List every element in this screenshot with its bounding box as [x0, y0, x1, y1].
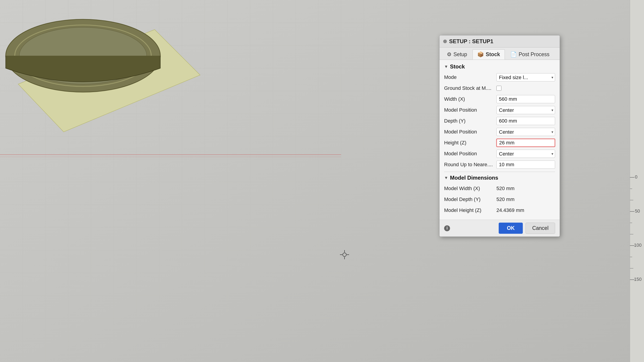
- width-x-control: 560 mm: [496, 95, 555, 103]
- mode-control: Fixed size l... ▾: [496, 73, 555, 82]
- height-z-input[interactable]: 26 mm: [496, 139, 555, 147]
- width-x-row: Width (X) 560 mm: [444, 95, 555, 104]
- mode-select[interactable]: Fixed size l...: [496, 73, 555, 82]
- tab-stock-label: Stock: [486, 52, 500, 58]
- cancel-button[interactable]: Cancel: [526, 222, 555, 234]
- box-icon: 📦: [477, 52, 484, 58]
- ground-stock-checkbox[interactable]: [496, 86, 502, 91]
- height-z-row: Height (Z) 26 mm: [444, 138, 555, 147]
- model-position-x-control: Center ▾: [496, 106, 555, 114]
- depth-y-control: 600 mm: [496, 117, 555, 125]
- dialog-footer: i OK Cancel: [440, 220, 560, 236]
- round-up-row: Round Up to Neare.... 10 mm: [444, 160, 555, 169]
- tab-stock[interactable]: 📦 Stock: [472, 49, 505, 60]
- model-position-y-select[interactable]: Center: [496, 128, 555, 136]
- tab-post-process-label: Post Process: [519, 52, 550, 58]
- mode-select-wrapper: Fixed size l... ▾: [496, 73, 555, 82]
- model-position-x-row: Model Position Center ▾: [444, 106, 555, 114]
- collapse-icon-2: ▼: [444, 176, 448, 180]
- svg-text:150: 150: [634, 277, 642, 282]
- model-height-value: 24.4369 mm: [496, 208, 524, 213]
- tab-post-process[interactable]: 📄 Post Process: [506, 50, 554, 59]
- model-position-z-select-wrapper: Center ▾: [496, 150, 555, 158]
- model-width-label: Model Width (X): [444, 186, 496, 192]
- ground-stock-label: Ground Stock at M....: [444, 85, 496, 91]
- gear-icon: ⚙: [447, 52, 452, 58]
- mode-label: Mode: [444, 74, 496, 80]
- mode-row: Mode Fixed size l... ▾: [444, 73, 555, 82]
- svg-text:50: 50: [635, 208, 640, 214]
- model-width-control: 520 mm: [496, 186, 555, 192]
- model-position-y-row: Model Position Center ▾: [444, 128, 555, 136]
- model-position-z-row: Model Position Center ▾: [444, 150, 555, 158]
- collapse-icon: ▼: [444, 64, 448, 69]
- model-position-x-label: Model Position: [444, 107, 496, 113]
- tab-setup[interactable]: ⚙ Setup: [442, 50, 472, 59]
- model-position-y-select-wrapper: Center ▾: [496, 128, 555, 136]
- model-width-row: Model Width (X) 520 mm: [444, 184, 555, 193]
- model-depth-value: 520 mm: [496, 196, 514, 202]
- model-depth-label: Model Depth (Y): [444, 196, 496, 202]
- svg-text:100: 100: [634, 242, 642, 248]
- height-z-label: Height (Z): [444, 140, 496, 146]
- ok-button[interactable]: OK: [499, 222, 523, 234]
- model-position-z-select[interactable]: Center: [496, 150, 555, 158]
- model-position-y-label: Model Position: [444, 129, 496, 135]
- info-icon[interactable]: i: [444, 225, 450, 231]
- ground-stock-row: Ground Stock at M....: [444, 84, 555, 92]
- setup-dialog: SETUP : SETUP1 ⚙ Setup 📦 Stock 📄 Post Pr…: [439, 35, 560, 237]
- model-position-x-select-wrapper: Center ▾: [496, 106, 555, 114]
- svg-text:0: 0: [635, 174, 638, 180]
- section-divider: [444, 172, 555, 172]
- model-height-control: 24.4369 mm: [496, 208, 555, 213]
- round-up-input[interactable]: 10 mm: [496, 160, 555, 169]
- dialog-body: ▼ Stock Mode Fixed size l... ▾ Ground St…: [440, 60, 560, 220]
- document-icon: 📄: [510, 52, 517, 58]
- footer-buttons: OK Cancel: [499, 222, 555, 234]
- model-position-y-control: Center ▾: [496, 128, 555, 136]
- model-height-row: Model Height (Z) 24.4369 mm: [444, 206, 555, 215]
- model-position-z-control: Center ▾: [496, 150, 555, 158]
- model-position-x-select[interactable]: Center: [496, 106, 555, 114]
- dialog-titlebar: SETUP : SETUP1: [440, 36, 560, 48]
- model-dimensions-section-header: ▼ Model Dimensions: [444, 175, 555, 181]
- model-depth-row: Model Depth (Y) 520 mm: [444, 195, 555, 204]
- depth-y-row: Depth (Y) 600 mm: [444, 117, 555, 125]
- stock-section-label: Stock: [450, 64, 465, 70]
- model-width-value: 520 mm: [496, 186, 514, 192]
- depth-y-input[interactable]: 600 mm: [496, 117, 555, 125]
- tab-setup-label: Setup: [454, 52, 467, 58]
- width-x-label: Width (X): [444, 96, 496, 102]
- dialog-title: SETUP : SETUP1: [449, 38, 493, 44]
- round-up-control: 10 mm: [496, 160, 555, 169]
- model-dimensions-section-label: Model Dimensions: [450, 175, 498, 181]
- title-dot-icon: [443, 40, 447, 43]
- model-height-label: Model Height (Z): [444, 208, 496, 213]
- round-up-label: Round Up to Neare....: [444, 162, 496, 168]
- width-x-input[interactable]: 560 mm: [496, 95, 555, 103]
- height-z-control: 26 mm: [496, 139, 555, 147]
- stock-section-header: ▼ Stock: [444, 64, 555, 70]
- depth-y-label: Depth (Y): [444, 118, 496, 124]
- tab-bar: ⚙ Setup 📦 Stock 📄 Post Process: [440, 48, 560, 60]
- ground-stock-control: [496, 86, 555, 91]
- model-position-z-label: Model Position: [444, 151, 496, 157]
- svg-rect-40: [630, 0, 644, 362]
- model-depth-control: 520 mm: [496, 196, 555, 202]
